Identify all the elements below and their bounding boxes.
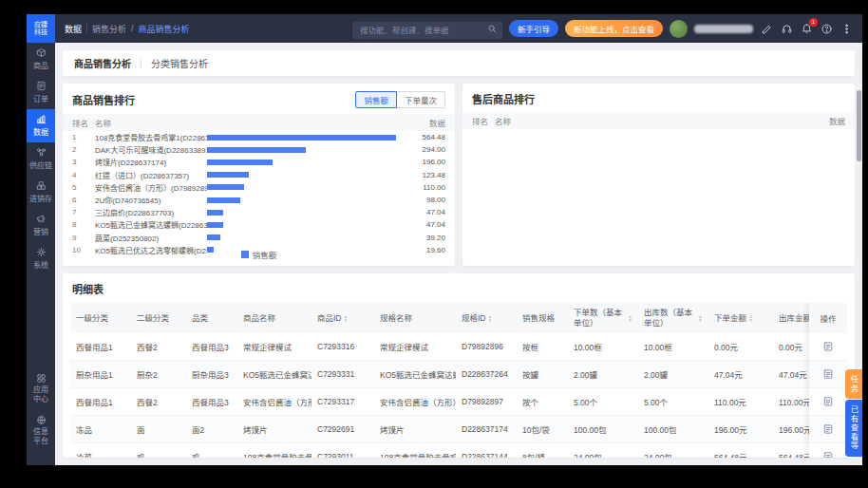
scrollbar-thumb[interactable]	[857, 90, 861, 161]
sidebar-item-goods[interactable]: 商品	[27, 43, 55, 76]
sales-ranking-card: 商品销售排行 销售额 下单量次 排名 名称 数据 1108克	[63, 84, 455, 266]
ranking-row[interactable]: 7三边扇价(D228637703)47.04	[63, 206, 455, 218]
report-icon[interactable]	[822, 368, 834, 380]
more-menu-button[interactable]	[840, 22, 853, 35]
operation-cell	[809, 416, 847, 443]
ranking-row[interactable]: 62U你(D740736545)98.00	[63, 194, 455, 206]
sales-bar	[207, 197, 240, 203]
detail-table-header: 一级分类 二级分类 品类 商品名称 商品ID▲▼ 规格名称 规格ID▲▼ 销售规…	[70, 303, 847, 333]
col-outbound-qty[interactable]: 出库数（基本单位）▲▼	[638, 308, 708, 328]
report-icon[interactable]	[822, 396, 834, 407]
search-icon[interactable]	[487, 24, 498, 34]
sidebar-item-orders[interactable]: 订单	[27, 76, 55, 109]
headset-icon	[781, 23, 793, 35]
sidebar-item-info-platform[interactable]: 信息平台	[27, 410, 55, 452]
ranking-panels-row: 商品销售排行 销售额 下单量次 排名 名称 数据 1108克	[63, 84, 855, 266]
table-row: 冷菜鸡鸡108克食堂骨胶去骨鸡掌1C7293011108克食堂骨胶去骨鸡掌1D2…	[70, 443, 847, 458]
operation-cell	[809, 361, 847, 388]
sidebar-item-marketing[interactable]: 营销	[27, 209, 55, 242]
operation-cell	[809, 388, 847, 416]
ranking-row[interactable]: 1108克食堂骨胶去骨鸡掌1(D228637144)564.48	[63, 131, 455, 143]
user-name-redacted	[694, 25, 753, 33]
col-order-amount[interactable]: 下单金额▲▼	[708, 313, 773, 324]
ranking-table-header: 排名 名称 数据	[63, 114, 455, 131]
sort-icon[interactable]: ▲▼	[748, 314, 753, 323]
sidebar-item-label: 进销存	[29, 193, 52, 203]
sidebar-item-label: 订单	[33, 93, 48, 103]
breadcrumb: 数据 销售分析 / 商品销售分析	[65, 23, 190, 35]
sort-icon[interactable]: ▲▼	[344, 314, 349, 323]
ranking-row[interactable]: 4红提（进口）(D228637357)123.48	[63, 169, 455, 181]
sidebar: 应捷科技 商品 订单 数据 供应链 进销存	[27, 14, 55, 465]
sidebar-item-data[interactable]: 数据	[27, 109, 55, 142]
task-float-tag[interactable]: 任务	[845, 369, 862, 399]
sidebar-item-app-center[interactable]: 应用中心	[27, 368, 55, 410]
report-icon[interactable]	[822, 341, 834, 352]
toggle-order-count[interactable]: 下单量次	[397, 91, 445, 108]
notifications-button[interactable]: 1	[800, 22, 813, 35]
sidebar-item-label: 数据	[33, 126, 48, 137]
toggle-sales-amount[interactable]: 销售额	[355, 91, 397, 108]
app-logo[interactable]: 应捷科技	[27, 14, 55, 43]
report-icon[interactable]	[822, 423, 834, 435]
sort-icon[interactable]: ▲▼	[698, 314, 703, 323]
aftersale-empty-body	[462, 129, 855, 266]
tab-category-sales-analysis[interactable]: 分类销售分析	[151, 56, 208, 70]
tab-product-sales-analysis[interactable]: 商品销售分析	[74, 56, 131, 70]
app-logo-text: 应捷科技	[34, 21, 48, 36]
col-sale-spec: 销售规格	[517, 313, 568, 324]
aftersale-table-header: 排名 名称 数据	[462, 112, 855, 129]
sidebar-item-label: 供应链	[29, 160, 52, 170]
ranking-row[interactable]: 2DAK大可乐可醒味道(D228633891)294.00	[63, 143, 455, 156]
sidebar-item-inventory[interactable]: 进销存	[27, 176, 55, 209]
table-row: 冻品面面2烤馍片C7292691烤馍片D22863717410包/袋100.00…	[70, 416, 847, 443]
col-name: 名称	[495, 115, 796, 126]
avatar[interactable]	[670, 20, 688, 38]
col-product-id[interactable]: 商品ID▲▼	[311, 313, 374, 324]
col-spec-id[interactable]: 规格ID▲▼	[456, 313, 517, 324]
order-icon	[36, 81, 47, 91]
operation-cell	[809, 443, 847, 458]
help-button[interactable]	[820, 22, 833, 35]
col-spec-name: 规格名称	[374, 313, 456, 324]
sidebar-bottom-group: 应用中心 信息平台	[27, 368, 55, 465]
sidebar-item-label: 信息平台	[33, 427, 49, 446]
sidebar-item-system[interactable]: 系统	[27, 242, 55, 275]
ranking-row[interactable]: 5安伟含侣酱油（方形）(D79892897)110.00	[63, 181, 455, 194]
sales-bar	[207, 172, 249, 178]
data-icon	[36, 114, 47, 124]
ranking-row[interactable]: 9蔬菜(D252350802)39.20	[63, 232, 455, 244]
sidebar-item-supply-chain[interactable]: 供应链	[27, 142, 55, 176]
sales-bar	[207, 160, 273, 165]
main-area: 数据 销售分析 / 商品销售分析 新手引导 新功能上线，点击查看	[55, 14, 862, 465]
col-order-qty[interactable]: 下单数（基本单位）▲▼	[568, 308, 638, 328]
report-icon[interactable]	[822, 451, 834, 458]
aftersale-ranking-title: 售后商品排行	[472, 91, 535, 106]
edit-name-button[interactable]	[760, 22, 773, 35]
chart-legend[interactable]: 销售额	[63, 246, 455, 266]
feedback-float-tag[interactable]: 已有查看等	[845, 400, 862, 457]
search-input[interactable]	[352, 22, 502, 39]
sales-bar	[207, 210, 223, 216]
guide-button[interactable]: 新手引导	[509, 20, 558, 37]
content-area: 商品销售分析 分类销售分析 商品销售排行 销售额 下单量次	[55, 43, 862, 465]
sidebar-item-label: 应用中心	[33, 385, 49, 404]
detail-table-title: 明细表	[63, 281, 855, 303]
breadcrumb-section[interactable]: 销售分析	[92, 23, 126, 35]
promo-banner-button[interactable]: 新功能上线，点击查看	[565, 20, 663, 37]
ranking-row[interactable]: 3烤馍片(D228637174)196.00	[63, 156, 455, 168]
breadcrumb-current: 商品销售分析	[139, 23, 190, 35]
ranking-row[interactable]: 8KO5甄选已金蜂窝达螺蛳(D228637264)47.04	[63, 218, 455, 231]
col-product-name: 商品名称	[237, 313, 311, 324]
table-row: 厨杂用品1厨杂2厨杂用品3KO5甄选已金蜂窝达螺蛳C7293331KO5甄选已金…	[70, 361, 847, 388]
table-row: 西餐用品1西餐2西餐用品3安伟含侣酱油（方形）C7293317安伟含侣酱油（方形…	[70, 388, 847, 416]
support-button[interactable]	[780, 22, 793, 35]
breadcrumb-separator: /	[131, 24, 134, 33]
ranking-rows: 1108克食堂骨胶去骨鸡掌1(D228637144)564.48 2DAK大可乐…	[63, 131, 455, 246]
sidebar-item-label: 商品	[33, 60, 48, 70]
sidebar-item-label: 营销	[33, 226, 48, 236]
sort-icon[interactable]: ▲▼	[488, 314, 493, 323]
sort-icon[interactable]: ▲▼	[628, 314, 632, 323]
info-platform-icon	[36, 415, 47, 425]
breadcrumb-root[interactable]: 数据	[65, 23, 82, 35]
